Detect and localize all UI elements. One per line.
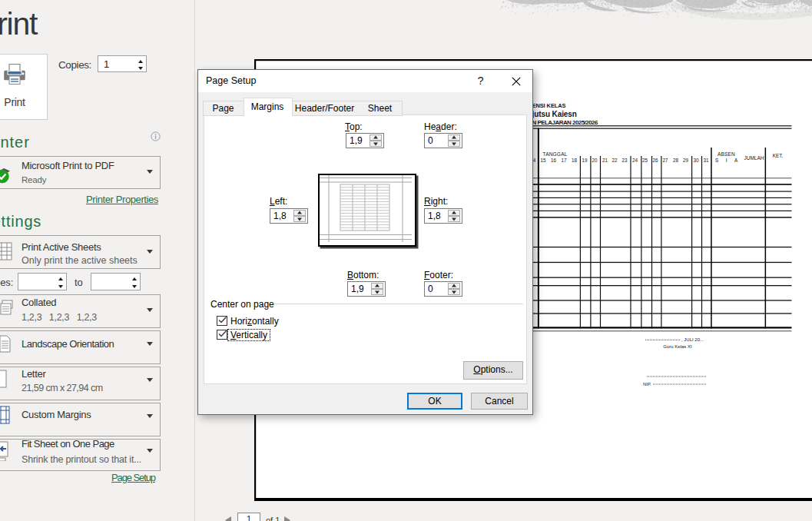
svg-text:20: 20 — [592, 158, 598, 163]
svg-text:ABSEN: ABSEN — [718, 151, 735, 157]
svg-text:31: 31 — [703, 158, 709, 163]
svg-text:30: 30 — [693, 158, 699, 163]
svg-text:KET.: KET. — [773, 153, 784, 158]
svg-text:S: S — [715, 158, 718, 163]
svg-text:ENSI KELAS: ENSI KELAS — [532, 102, 566, 109]
svg-text:I: I — [726, 158, 727, 163]
svg-text:28: 28 — [673, 158, 679, 163]
svg-text:24: 24 — [632, 158, 638, 163]
svg-text:JUMLAH: JUMLAH — [744, 155, 764, 161]
svg-text:27: 27 — [662, 158, 668, 163]
svg-text:19: 19 — [582, 158, 588, 163]
svg-text:4: 4 — [533, 158, 536, 163]
svg-text:NIP.: NIP. — [643, 382, 651, 387]
svg-text:21: 21 — [602, 158, 608, 163]
svg-text:N PELAJARAN 2025/2026: N PELAJARAN 2025/2026 — [532, 119, 598, 126]
svg-text:25: 25 — [642, 158, 648, 163]
svg-text:26: 26 — [652, 158, 658, 163]
svg-text:22: 22 — [611, 158, 618, 163]
svg-text:23: 23 — [621, 158, 628, 163]
svg-text:TANGGAL: TANGGAL — [543, 151, 568, 157]
svg-text:17: 17 — [561, 158, 567, 163]
svg-text:18: 18 — [572, 158, 578, 163]
svg-text:Guru Kelas XI: Guru Kelas XI — [663, 344, 692, 349]
svg-text:16: 16 — [551, 158, 557, 163]
svg-text:15: 15 — [540, 158, 546, 163]
svg-text:, JULI 20...: , JULI 20... — [681, 337, 704, 342]
svg-text:jutsu Kaiesn: jutsu Kaiesn — [532, 110, 577, 118]
svg-text:29: 29 — [683, 158, 689, 163]
